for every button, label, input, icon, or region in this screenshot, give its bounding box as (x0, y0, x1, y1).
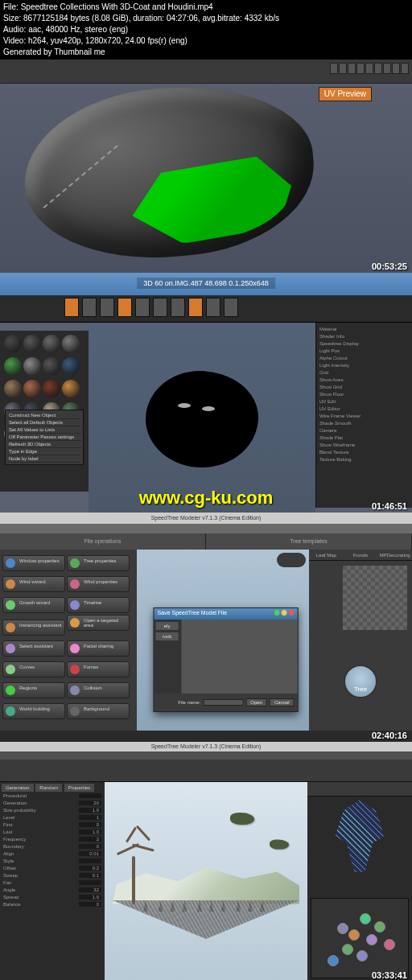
property-row[interactable]: Show Wireframe (319, 442, 409, 449)
viewport-3d[interactable] (105, 782, 307, 980)
property-row[interactable]: Fan (2, 879, 103, 886)
left-tabbar[interactable]: Generation Random Properties (2, 784, 103, 792)
sidebar-item[interactable]: ely (156, 622, 179, 630)
right-tabbar[interactable]: Leaf Map Fronds MPDecorating (309, 550, 412, 561)
tool-icon[interactable] (383, 63, 391, 74)
menu-item[interactable]: Set All Values to Lists (7, 426, 81, 434)
property-row[interactable]: Blend Texture (319, 449, 409, 456)
tool-icon[interactable] (171, 298, 185, 317)
graph-node[interactable] (348, 929, 360, 941)
leaf-mesh-preview[interactable] (328, 800, 392, 872)
palette-button[interactable]: Wind properties (67, 576, 130, 592)
prop-value[interactable]: 0.1 (79, 873, 101, 878)
tree-node-icon[interactable]: Tree (344, 665, 377, 698)
context-menu[interactable]: Construct New ObjectSelect all Default O… (5, 410, 84, 465)
tab[interactable]: Properties (64, 784, 94, 792)
tool-icon[interactable] (365, 63, 373, 74)
tool-icon[interactable] (392, 63, 400, 74)
property-row[interactable]: Texture Baking (319, 456, 409, 463)
menu-item[interactable]: Node by label (7, 455, 81, 463)
tool-icon[interactable] (117, 298, 132, 317)
prop-value[interactable]: 0 (79, 902, 101, 907)
properties-panel[interactable]: Generation Random Properties ProceduralG… (0, 782, 105, 980)
prop-value[interactable]: 1.0 (79, 808, 101, 813)
material-swatch[interactable] (4, 357, 22, 375)
property-row[interactable]: Procedural (2, 793, 103, 799)
right-tabbar[interactable] (307, 782, 412, 797)
property-row[interactable]: UV Editor (319, 406, 409, 413)
viewport-3d[interactable]: Save SpeedTree Model File ely rock File … (137, 550, 309, 731)
property-row[interactable]: Generation20 (2, 800, 103, 806)
prop-value[interactable] (79, 793, 101, 798)
prop-value[interactable]: 0 (79, 822, 101, 827)
palette-button[interactable]: Collision (67, 682, 130, 698)
tool-icon[interactable] (339, 63, 347, 74)
viewport-toolbar[interactable] (277, 553, 306, 567)
tab[interactable]: Tree templates (206, 533, 412, 550)
material-swatch[interactable] (23, 380, 41, 397)
palette-button[interactable]: Tree properties (67, 555, 130, 571)
property-row[interactable]: Sweep0.1 (2, 872, 103, 879)
tab[interactable]: Fronds (344, 550, 378, 560)
property-row[interactable]: Grid (319, 369, 409, 377)
tab[interactable]: Generation (2, 784, 34, 792)
prop-value[interactable] (79, 880, 101, 885)
minimize-icon[interactable] (274, 610, 280, 616)
open-button[interactable]: Open (245, 698, 267, 706)
palette-button[interactable]: Curves (2, 661, 65, 677)
palette-button[interactable]: Growth wizard (2, 597, 65, 613)
property-row[interactable]: Frequency2 (2, 836, 103, 842)
tool-icon[interactable] (100, 298, 114, 317)
dialog-titlebar[interactable]: Save SpeedTree Model File (154, 608, 298, 620)
tool-icon[interactable] (374, 63, 382, 74)
tool-icon[interactable] (224, 298, 238, 317)
property-row[interactable]: Camera (319, 427, 409, 434)
save-file-dialog[interactable]: Save SpeedTree Model File ely rock File … (154, 607, 299, 712)
palette-button[interactable]: Timeline (67, 597, 130, 613)
material-swatch[interactable] (43, 357, 60, 375)
menu-item[interactable]: Type in Edge (7, 448, 81, 455)
prop-value[interactable]: 0.01 (79, 851, 101, 856)
viewport-3d[interactable] (89, 323, 315, 513)
prop-value[interactable]: 0.2 (79, 866, 101, 871)
property-row[interactable]: Boundary0 (2, 843, 103, 850)
property-row[interactable]: Last1.0 (2, 829, 103, 835)
graph-node[interactable] (384, 939, 395, 950)
material-swatch[interactable] (23, 335, 41, 352)
palette-button[interactable]: Background (67, 703, 130, 719)
menu-item[interactable]: Off Parameter Passes settings (7, 434, 81, 441)
palette-button[interactable]: Instancing assistant (2, 620, 65, 636)
properties-panel[interactable]: MaterialShader InfoSpeedtree DisplayLigh… (315, 323, 412, 508)
right-panel[interactable] (307, 782, 412, 980)
menu-item[interactable]: Construct New Object (7, 412, 81, 419)
property-row[interactable]: UV Edit (319, 398, 409, 406)
material-swatch[interactable] (4, 335, 22, 352)
window-controls[interactable] (274, 610, 295, 618)
property-row[interactable]: Speedtree Display (319, 340, 409, 348)
tool-icon[interactable] (188, 298, 203, 317)
tool-icon[interactable] (401, 63, 409, 74)
material-swatch[interactable] (62, 380, 80, 397)
material-swatch[interactable] (62, 335, 80, 352)
menu-item[interactable]: Select all Default Objects (7, 419, 81, 426)
property-row[interactable]: Shade Smooth (319, 420, 409, 427)
property-row[interactable]: Light Pos (319, 348, 409, 355)
tool-icon[interactable] (153, 298, 167, 317)
graph-node[interactable] (360, 913, 371, 924)
tab[interactable]: Leaf Map (309, 550, 344, 560)
tool-icon[interactable] (356, 63, 365, 74)
tool-palette[interactable]: Window propertiesTree propertiesWind wiz… (0, 550, 137, 731)
property-row[interactable]: Level1 (2, 814, 103, 821)
property-row[interactable]: Light Intensity (319, 362, 409, 369)
material-swatch[interactable] (4, 380, 22, 397)
prop-value[interactable]: 1.0 (79, 830, 101, 834)
prop-value[interactable]: 32 (79, 887, 101, 892)
filename-input[interactable] (203, 699, 243, 706)
menubar[interactable] (0, 524, 412, 533)
uv-preview-button[interactable]: UV Preview (319, 87, 372, 101)
material-swatch[interactable] (43, 380, 60, 397)
prop-value[interactable]: 0 (79, 844, 101, 849)
property-row[interactable]: Align0.01 (2, 850, 103, 857)
prop-value[interactable]: 1.0 (79, 895, 101, 900)
property-row[interactable]: Show Grid (319, 384, 409, 391)
